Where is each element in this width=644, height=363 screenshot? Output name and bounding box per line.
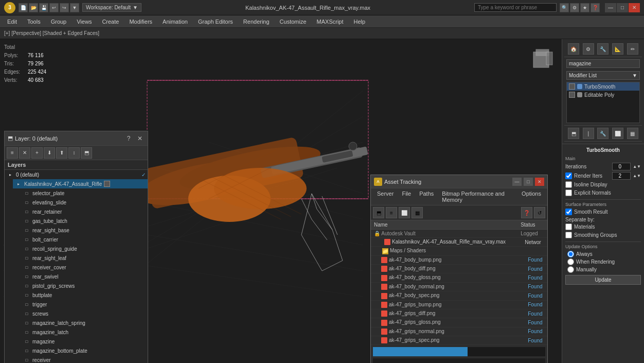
search-input[interactable] bbox=[474, 3, 557, 12]
menu-help[interactable]: Help bbox=[349, 18, 371, 26]
table-row[interactable]: ak-47_grips_normal.png Found bbox=[371, 327, 547, 336]
layer-tool-list[interactable]: ≡ bbox=[7, 147, 18, 159]
list-item[interactable]: □rear_swivel bbox=[21, 272, 148, 281]
asset-menu-options[interactable]: Options bbox=[517, 189, 545, 204]
workspace-selector[interactable]: Workspace: Default ▼ bbox=[82, 3, 141, 12]
layer-visible-box[interactable] bbox=[104, 181, 110, 187]
list-item[interactable]: □recoil_spring_guide bbox=[21, 244, 148, 253]
rp-icon-3[interactable]: 🔧 bbox=[597, 43, 609, 55]
rp-icon-5[interactable]: ✏ bbox=[627, 43, 638, 55]
rp-icon-4[interactable]: 📐 bbox=[612, 43, 623, 55]
ts-iterations-spinner[interactable]: ▲▼ bbox=[633, 164, 641, 169]
modifier-list-dropdown[interactable]: Modifier List ▼ bbox=[566, 71, 640, 80]
table-row[interactable]: ak-47_grips_diff.png Found bbox=[371, 309, 547, 318]
table-row[interactable]: ak-47_body_diff.png Found bbox=[371, 265, 547, 273]
ts-render-iters-input[interactable] bbox=[612, 172, 631, 180]
stack-icon-1[interactable]: ⬒ bbox=[568, 128, 579, 139]
table-row[interactable]: ak-47_body_bump.png Found bbox=[371, 255, 547, 264]
tb-new[interactable]: 📄 bbox=[19, 3, 28, 12]
table-row[interactable]: ak-47_body_gloss.png Found bbox=[371, 273, 547, 282]
layer-tool-up[interactable]: ⬆ bbox=[56, 147, 67, 159]
asset-close-button[interactable]: ✕ bbox=[535, 178, 544, 186]
list-item[interactable]: □selector_plate bbox=[21, 188, 148, 198]
list-item[interactable]: □buttplate bbox=[21, 290, 148, 300]
asset-minimize-button[interactable]: — bbox=[512, 178, 522, 186]
ts-manually-radio[interactable] bbox=[567, 266, 574, 273]
tb-icon-2[interactable]: ⚙ bbox=[570, 3, 579, 12]
mod-check-turbosmooth[interactable] bbox=[569, 83, 575, 90]
rp-icon-2[interactable]: ⚙ bbox=[583, 43, 594, 55]
table-row[interactable]: Kalashnikov_AK-47_Assault_Rifle_max_vray… bbox=[371, 238, 547, 247]
layer-panel-help[interactable]: ? bbox=[124, 134, 133, 143]
list-item[interactable]: □rear_sight_leaf bbox=[21, 253, 148, 263]
asset-menu-server[interactable]: Server bbox=[373, 189, 398, 204]
tb-undo[interactable]: ↩ bbox=[49, 3, 59, 12]
tb-redo[interactable]: ↪ bbox=[60, 3, 69, 12]
layer-tool-merge[interactable]: ⬒ bbox=[81, 147, 92, 159]
modifier-item-editable-poly[interactable]: Editable Poly bbox=[567, 91, 639, 99]
ts-smoothing-checkbox[interactable] bbox=[565, 232, 572, 238]
close-button[interactable]: ✕ bbox=[629, 3, 640, 12]
asset-tool-3[interactable]: ⬜ bbox=[399, 207, 410, 218]
asset-tool-4[interactable]: ▦ bbox=[412, 207, 423, 218]
modifier-item-turbosmooth[interactable]: TurboSmooth bbox=[567, 82, 639, 91]
ts-render-iters-checkbox[interactable] bbox=[565, 172, 572, 179]
layer-tool-add[interactable]: + bbox=[31, 147, 43, 159]
asset-menu-file[interactable]: File bbox=[398, 189, 415, 204]
ts-render-iters-spinner[interactable]: ▲▼ bbox=[633, 174, 641, 178]
layer-panel-close[interactable]: ✕ bbox=[135, 134, 145, 143]
list-item[interactable]: □rear_retainer bbox=[21, 207, 148, 216]
stack-icon-2[interactable]: | bbox=[583, 128, 594, 139]
menu-customize[interactable]: Customize bbox=[275, 18, 312, 26]
layer-item-default[interactable]: ▸ 0 (default) ✓ bbox=[5, 170, 148, 179]
tb-icon-3[interactable]: ★ bbox=[580, 3, 589, 12]
asset-tool-refresh[interactable]: ↺ bbox=[534, 207, 545, 218]
stack-icon-5[interactable]: ▦ bbox=[627, 128, 638, 139]
list-item[interactable]: □magazine bbox=[21, 337, 148, 346]
tb-open[interactable]: 📂 bbox=[29, 3, 38, 12]
table-row[interactable]: ak-47_body_normal.png Found bbox=[371, 282, 547, 291]
minimize-button[interactable]: — bbox=[605, 3, 616, 12]
asset-tool-1[interactable]: ⬒ bbox=[373, 207, 384, 218]
menu-create[interactable]: Create bbox=[97, 18, 124, 26]
list-item[interactable]: □trigger bbox=[21, 300, 148, 309]
table-row[interactable]: ak-47_body_spec.png Found bbox=[371, 291, 547, 300]
asset-menu-bitmap[interactable]: Bitmap Performance and Memory bbox=[438, 189, 517, 204]
table-row[interactable]: ak-47_grips_bump.png Found bbox=[371, 300, 547, 309]
maximize-button[interactable]: □ bbox=[617, 3, 628, 12]
layer-tool-sort[interactable]: ↕ bbox=[68, 147, 80, 159]
tb-save[interactable]: 💾 bbox=[39, 3, 48, 12]
ts-explicit-checkbox[interactable] bbox=[565, 189, 572, 196]
list-item[interactable]: □pistol_grip_screws bbox=[21, 281, 148, 290]
menu-graph-editors[interactable]: Graph Editors bbox=[193, 18, 238, 26]
table-row[interactable]: ak-47_grips_gloss.png Found bbox=[371, 318, 547, 327]
list-item[interactable]: □receiver bbox=[21, 355, 148, 363]
menu-edit[interactable]: Edit bbox=[2, 18, 22, 26]
list-item[interactable]: □magazine_latch bbox=[21, 327, 148, 337]
menu-views[interactable]: Views bbox=[71, 18, 97, 26]
asset-tool-help[interactable]: ❓ bbox=[521, 207, 532, 218]
layer-item-rifle-group[interactable]: ▸ Kalashnikov_AK-47_Assault_Rifle bbox=[13, 179, 148, 188]
tb-icon-4[interactable]: ❓ bbox=[591, 3, 600, 12]
table-row[interactable]: 🔒 Autodesk Vault Logged bbox=[371, 230, 547, 238]
ts-materials-checkbox[interactable] bbox=[565, 223, 572, 230]
list-item[interactable]: □rear_sight_base bbox=[21, 226, 148, 235]
ts-smooth-result-checkbox[interactable] bbox=[565, 209, 572, 215]
menu-group[interactable]: Group bbox=[46, 18, 72, 26]
menu-tools[interactable]: Tools bbox=[22, 18, 46, 26]
asset-table-container[interactable]: Name Status 🔒 Autodesk Vault Logged Kala… bbox=[371, 220, 547, 345]
stack-icon-4[interactable]: ⬜ bbox=[612, 128, 623, 139]
asset-tool-2[interactable]: ≡ bbox=[386, 207, 397, 218]
list-item[interactable]: □receiver_cover bbox=[21, 263, 148, 272]
list-item[interactable]: □elevating_slide bbox=[21, 198, 148, 207]
menu-maxscript[interactable]: MAXScript bbox=[312, 18, 349, 26]
ts-when-render-radio[interactable] bbox=[567, 258, 574, 265]
tb-icon-1[interactable]: 🔍 bbox=[560, 3, 569, 12]
viewport[interactable]: Total Polys: 76 116 Tris: 79 296 Edges: … bbox=[0, 39, 562, 363]
asset-maximize-button[interactable]: □ bbox=[524, 178, 533, 186]
table-row[interactable]: 📁Maps / Shaders bbox=[371, 247, 547, 255]
list-item[interactable]: □magazine_latch_spring bbox=[21, 318, 148, 327]
asset-menu-paths[interactable]: Paths bbox=[415, 189, 438, 204]
list-item[interactable]: □magazine_bottom_plate bbox=[21, 346, 148, 355]
stack-icon-3[interactable]: 🔧 bbox=[597, 128, 609, 139]
